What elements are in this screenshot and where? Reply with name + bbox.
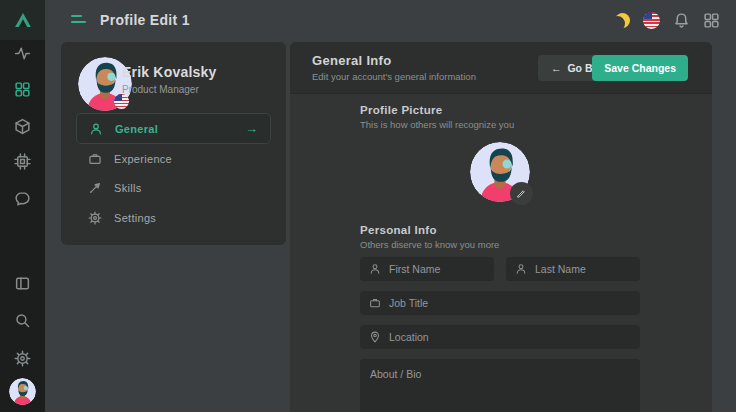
profile-picture-title: Profile Picture [360, 104, 442, 116]
nav-item-label: General [115, 123, 158, 135]
profile-picture-subtitle: This is how others will recognize you [360, 119, 514, 130]
arrow-left-icon: ← [551, 62, 562, 74]
language-flag-us-icon[interactable] [643, 12, 660, 29]
nav-item-label: Experience [114, 153, 172, 165]
last-name-input[interactable] [535, 263, 631, 275]
settings-gear-icon[interactable] [14, 350, 31, 367]
rail-user-avatar[interactable] [9, 378, 36, 405]
cpu-icon[interactable] [14, 153, 31, 170]
panel-header: General Info Edit your account's general… [290, 42, 712, 94]
location-field[interactable] [360, 325, 640, 349]
nav-item-label: Skills [114, 182, 141, 194]
save-changes-button[interactable]: Save Changes [592, 55, 688, 81]
last-name-field[interactable] [506, 257, 640, 281]
layout-icon[interactable] [14, 275, 31, 292]
nav-item-skills[interactable]: Skills [88, 178, 268, 198]
nav-item-label: Settings [114, 212, 156, 224]
activity-icon[interactable] [14, 45, 31, 62]
job-title-field[interactable] [360, 291, 640, 315]
topbar: Profile Edit 1 [45, 0, 736, 40]
general-info-panel: General Info Edit your account's general… [290, 42, 712, 412]
app-logo[interactable] [0, 0, 45, 40]
chat-icon[interactable] [14, 190, 31, 207]
user-icon [89, 122, 103, 136]
section-subtitle: Edit your account's general information [312, 71, 476, 82]
map-pin-icon [369, 331, 381, 343]
location-input[interactable] [389, 331, 631, 343]
arrow-right-icon: → [245, 121, 258, 136]
nav-item-general[interactable]: General → [76, 113, 271, 144]
first-name-input[interactable] [389, 263, 485, 275]
package-icon[interactable] [14, 118, 31, 135]
dark-mode-moon-icon[interactable] [615, 13, 630, 28]
personal-info-subtitle: Others diserve to know you more [360, 239, 499, 250]
pencil-edit-icon [516, 188, 527, 199]
nav-item-experience[interactable]: Experience [88, 149, 268, 169]
user-icon [515, 263, 527, 275]
avatar-flag-badge-icon [114, 94, 129, 109]
briefcase-icon [369, 297, 381, 309]
hamburger-menu-icon[interactable] [71, 14, 87, 26]
edit-avatar-button[interactable] [510, 182, 533, 205]
dashboard-grid-icon[interactable] [14, 81, 31, 98]
profile-picture [470, 142, 530, 202]
user-icon [369, 263, 381, 275]
job-title-input[interactable] [389, 297, 631, 309]
user-name: Erik Kovalsky [122, 64, 216, 80]
pen-icon [88, 181, 102, 195]
nav-item-settings[interactable]: Settings [88, 208, 268, 228]
first-name-field[interactable] [360, 257, 494, 281]
apps-grid-icon[interactable] [703, 12, 720, 29]
profile-nav-card: Erik Kovalsky Product Manager General → … [61, 42, 286, 245]
page-title: Profile Edit 1 [100, 12, 190, 28]
left-icon-rail [0, 0, 45, 412]
user-role: Product Manager [122, 84, 199, 95]
search-icon[interactable] [14, 312, 31, 329]
section-title: General Info [312, 53, 391, 68]
gear-icon [88, 211, 102, 225]
about-bio-textarea[interactable] [360, 359, 640, 412]
triangle-logo-icon [13, 10, 33, 30]
notifications-bell-icon[interactable] [673, 12, 690, 29]
personal-info-title: Personal Info [360, 224, 437, 236]
briefcase-icon [88, 152, 102, 166]
